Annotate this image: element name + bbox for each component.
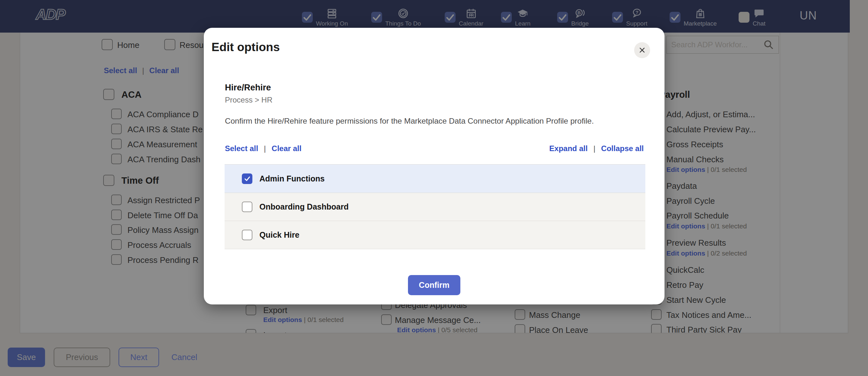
option-row-admin-functions[interactable]: Admin Functions	[225, 164, 645, 193]
modal-select-all-link[interactable]: Select all	[225, 144, 258, 153]
option-label: Quick Hire	[259, 230, 299, 240]
modal-select-clear-links: Select all | Clear all	[225, 144, 302, 153]
modal-expand-collapse-links: Expand all | Collapse all	[549, 144, 644, 153]
option-row-quick-hire[interactable]: Quick Hire	[225, 221, 645, 249]
close-icon	[639, 46, 646, 54]
checkbox-quick-hire[interactable]	[242, 230, 252, 240]
checkbox-onboarding-dashboard[interactable]	[242, 201, 252, 212]
modal-description: Confirm the Hire/Rehire feature permissi…	[225, 115, 644, 127]
feature-title: Hire/Rehire	[225, 83, 271, 93]
option-label: Admin Functions	[259, 174, 324, 183]
modal-title: Edit options	[212, 40, 280, 54]
link-divider: |	[593, 144, 595, 153]
modal-option-list: Admin Functions Onboarding Dashboard Qui…	[225, 164, 645, 249]
edit-options-modal: Edit options Hire/Rehire Process > HR Co…	[204, 28, 664, 305]
checkmark-icon	[243, 175, 251, 182]
breadcrumb: Process > HR	[225, 96, 273, 104]
confirm-button[interactable]: Confirm	[408, 275, 460, 295]
expand-all-link[interactable]: Expand all	[549, 144, 588, 153]
option-row-onboarding-dashboard[interactable]: Onboarding Dashboard	[225, 193, 645, 221]
option-label: Onboarding Dashboard	[259, 202, 348, 212]
link-divider: |	[264, 144, 266, 153]
modal-close-button[interactable]	[634, 42, 650, 58]
modal-clear-all-link[interactable]: Clear all	[272, 144, 301, 153]
checkbox-admin-functions[interactable]	[242, 174, 252, 184]
collapse-all-link[interactable]: Collapse all	[601, 144, 644, 153]
adp-workforce-now-screen: ADP Working On Things To Do	[0, 0, 868, 376]
